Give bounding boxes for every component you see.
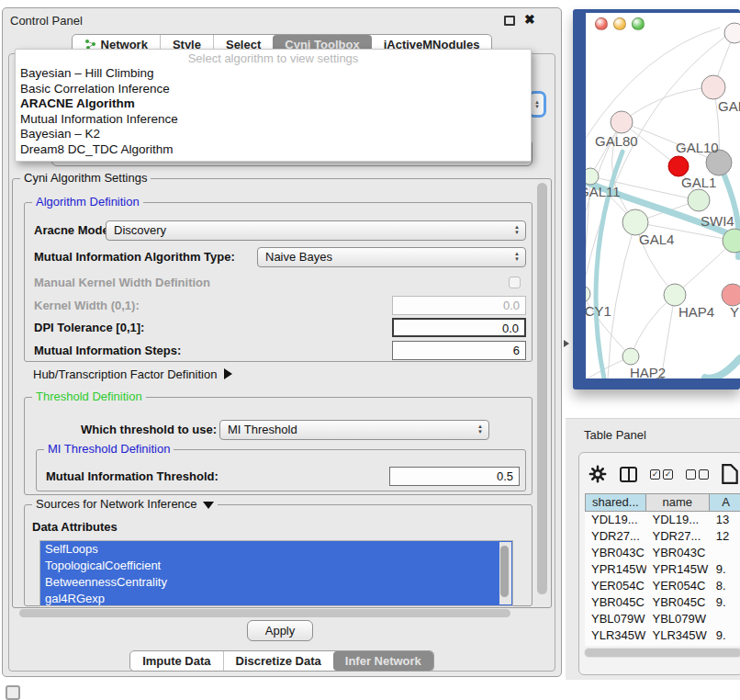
chevron-updown-icon: ▲▼ (514, 224, 520, 235)
network-node-gcy1[interactable] (586, 286, 590, 302)
mouse-cursor (564, 340, 569, 347)
table-row[interactable]: YIL053CYIL053C9. (585, 644, 740, 646)
manual-kernel-checkbox[interactable] (509, 277, 521, 288)
table-cell: YLR345W (585, 627, 646, 644)
table-cell: 9. (710, 561, 740, 578)
attribute-item[interactable]: BetweennessCentrality (40, 574, 512, 591)
dpi-tolerance-label: DPI Tolerance [0,1]: (34, 318, 144, 337)
select-all-rows-icon[interactable]: ✓✓ (650, 469, 673, 480)
network-node-hap2[interactable] (622, 348, 639, 365)
table-cell: YER054C (585, 578, 646, 594)
which-threshold-select[interactable]: MI Threshold ▲▼ (219, 420, 489, 440)
table-row[interactable]: YBL079WYBL079W (585, 611, 740, 627)
table-cell: YDR27... (585, 528, 646, 545)
network-graph: GAL7GAL80GAL10GAL11GAL1GAL4SWI4GCY1HAP4Y… (586, 22, 740, 378)
node-label: HAP4 (678, 304, 714, 320)
apply-button[interactable]: Apply (247, 620, 313, 641)
network-node-gal7[interactable] (701, 75, 725, 99)
hub-definition-toggle[interactable]: Hub/Transcription Factor Definition (33, 365, 232, 384)
node-label: GAL4 (639, 231, 674, 247)
table-row[interactable]: YBR043CYBR043C (585, 545, 740, 561)
kernel-width-label: Kernel Width (0,1): (34, 296, 140, 315)
table-cell: 9. (710, 644, 740, 646)
table-row[interactable]: YBR045CYBR045C9. (585, 594, 740, 611)
dpi-tolerance-input[interactable]: 0.0 (392, 318, 526, 337)
tab-discretize-data[interactable]: Discretize Data (223, 651, 333, 671)
node-label: GAL7 (718, 98, 740, 114)
network-view-window: GAL7GAL80GAL10GAL11GAL1GAL4SWI4GCY1HAP4Y… (573, 9, 740, 390)
mi-threshold-label: Mutual Information Threshold: (46, 467, 219, 486)
column-header[interactable]: name (646, 493, 710, 512)
node-label: GAL10 (676, 140, 719, 155)
attribute-item[interactable]: SelfLoops (40, 541, 512, 558)
node-table: shared...nameA YDL19...YDL19...13YDR27..… (585, 493, 740, 646)
algorithm-option[interactable]: ARACNE Algorithm (16, 96, 531, 112)
network-node[interactable] (724, 23, 740, 43)
node-label: Y (730, 304, 739, 320)
table-horizontal-scrollbar-track (584, 648, 740, 658)
network-node-y[interactable] (722, 284, 740, 306)
node-label: GAL1 (681, 175, 716, 190)
tab-infer-network[interactable]: Infer Network (333, 651, 433, 671)
float-window-icon[interactable] (504, 16, 515, 26)
algorithm-option[interactable]: Dream8 DC_TDC Algorithm (16, 142, 531, 158)
algorithm-option[interactable]: Basic Correlation Inference (16, 82, 531, 97)
network-node-gal11[interactable] (586, 168, 599, 185)
algorithm-option[interactable]: Bayesian – K2 (16, 127, 531, 142)
table-horizontal-scrollbar[interactable] (585, 649, 740, 657)
network-node-gal80[interactable] (611, 111, 633, 133)
collapsed-panel-icon[interactable] (6, 685, 20, 700)
which-threshold-label: Which threshold to use: (81, 420, 217, 439)
table-cell: YIL053C (585, 644, 646, 646)
table-cell: 12 (710, 528, 740, 545)
attributes-scrollbar[interactable] (500, 546, 509, 597)
settings-horizontal-scrollbar[interactable] (19, 609, 510, 617)
threshold-definition-title: Threshold Definition (32, 390, 146, 403)
table-cell: 9. (710, 627, 740, 644)
aracne-mode-select[interactable]: Discovery ▲▼ (106, 220, 526, 241)
table-row[interactable]: YDL19...YDL19...13 (585, 512, 740, 528)
deselect-all-rows-icon[interactable] (686, 469, 709, 480)
attribute-item[interactable]: TopologicalCoefficient (40, 558, 512, 574)
algorithm-definition-group: Algorithm Definition Aracne Mode: Discov… (24, 202, 533, 362)
column-layout-icon[interactable] (620, 467, 637, 482)
export-table-icon[interactable] (722, 464, 738, 484)
algorithm-option[interactable]: Bayesian – Hill Climbing (16, 66, 531, 82)
table-cell: YPR145W (585, 561, 646, 578)
aracne-mode-label: Aracne Mode: (34, 220, 113, 240)
table-row[interactable]: YER054CYER054C8. (585, 578, 740, 594)
mi-type-select[interactable]: Naive Bayes ▲▼ (257, 247, 526, 267)
column-header[interactable]: A (710, 493, 740, 512)
table-cell (710, 545, 740, 561)
mi-threshold-input[interactable]: 0.5 (389, 467, 520, 486)
table-row[interactable]: YDR27...YDR27...12 (585, 528, 740, 545)
network-node[interactable] (668, 156, 689, 176)
network-node-hap4[interactable] (664, 284, 686, 306)
gear-icon[interactable] (589, 465, 607, 483)
tab-impute-data[interactable]: Impute Data (130, 651, 222, 671)
column-header[interactable]: shared... (585, 493, 646, 512)
algorithm-option[interactable]: Mutual Information Inference (16, 112, 531, 128)
table-cell: 8. (710, 578, 740, 594)
table-cell: YDL19... (646, 512, 710, 528)
close-icon[interactable]: ✖ (524, 12, 535, 27)
settings-vertical-scrollbar[interactable] (537, 183, 547, 594)
mi-steps-input[interactable]: 6 (392, 341, 526, 360)
algorithm-popup: Select algorithm to view settings Bayesi… (15, 49, 532, 162)
network-canvas[interactable]: GAL7GAL80GAL10GAL11GAL1GAL4SWI4GCY1HAP4Y… (586, 13, 740, 378)
table-row[interactable]: YPR145WYPR145W9. (585, 561, 740, 578)
table-cell: YBR045C (646, 594, 710, 611)
cyni-algorithm-settings-group: Cyni Algorithm Settings Algorithm Defini… (12, 178, 552, 608)
table-cell: YER054C (646, 578, 710, 594)
attributes-scrollbar-track (499, 542, 511, 604)
algorithm-option-list: Bayesian – Hill ClimbingBasic Correlatio… (16, 66, 531, 157)
algorithm-definition-title: Algorithm Definition (32, 195, 143, 209)
data-attributes-list: SelfLoopsTopologicalCoefficientBetweenne… (39, 540, 513, 606)
kernel-width-input[interactable]: 0.0 (392, 296, 526, 315)
sources-toggle[interactable]: Sources for Network Inference (32, 497, 218, 511)
network-node-gal1[interactable] (688, 189, 710, 211)
attribute-item[interactable]: gal4RGexp (40, 591, 512, 606)
table-row[interactable]: YLR345WYLR345W9. (585, 627, 740, 644)
chevron-updown-icon: ▲▼ (477, 423, 483, 435)
algorithm-placeholder: Select algorithm to view settings (16, 50, 531, 66)
